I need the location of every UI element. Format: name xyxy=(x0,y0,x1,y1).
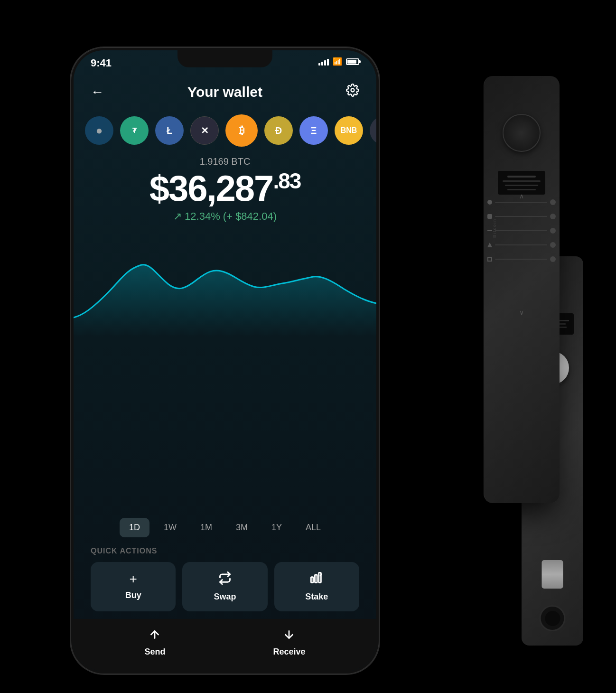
menu-triangle xyxy=(487,243,492,247)
nano-s-circle-inner xyxy=(545,611,560,626)
send-action[interactable]: Send xyxy=(144,628,165,657)
menu-line xyxy=(495,202,547,203)
signal-bar-2 xyxy=(321,62,323,66)
menu-dot xyxy=(487,200,492,205)
usd-balance: $36,287.83 xyxy=(91,170,359,206)
menu-icon xyxy=(550,256,556,262)
nano-x-coin-label: Bitcoin xyxy=(492,218,497,238)
send-label: Send xyxy=(144,647,165,657)
swap-arrows-icon xyxy=(218,571,232,585)
coin-row: ● ₮ Ł ✕ ₿ Ð Ξ BNB A xyxy=(74,110,376,151)
quick-actions-row: + Buy xyxy=(91,562,359,611)
nano-x-screen xyxy=(498,171,545,195)
menu-icon xyxy=(550,199,556,205)
bottom-bar: Send Receive xyxy=(74,619,376,671)
menu-line xyxy=(495,259,547,260)
menu-line xyxy=(495,230,547,231)
stake-icon xyxy=(310,571,323,588)
chart-fill xyxy=(74,265,376,337)
nano-x-menu-item-2 xyxy=(487,214,556,219)
nano-x-menu-item-4 xyxy=(487,242,556,248)
signal-bar-4 xyxy=(327,59,329,66)
phone-screen: 9:41 📶 xyxy=(74,50,376,671)
coin-item-tether[interactable]: ₮ xyxy=(120,116,149,145)
page-title: Your wallet xyxy=(187,84,262,100)
status-time: 9:41 xyxy=(91,57,112,69)
scene: 9:41 📶 xyxy=(47,19,569,674)
battery-icon xyxy=(346,58,359,65)
nano-s-connector xyxy=(542,560,563,589)
crypto-amount: 1.9169 BTC xyxy=(91,156,359,167)
price-chart xyxy=(74,223,376,513)
send-icon xyxy=(149,628,161,644)
coin-item-bnb[interactable]: BNB xyxy=(335,116,363,145)
balance-section: 1.9169 BTC $36,287.83 ↗ 12.34% (+ $842.0… xyxy=(74,151,376,223)
menu-icon xyxy=(550,242,556,248)
signal-bar-3 xyxy=(324,60,326,66)
back-button[interactable]: ← xyxy=(91,84,104,100)
menu-icon xyxy=(550,214,556,219)
time-btn-1w[interactable]: 1W xyxy=(154,518,186,537)
signal-bar-1 xyxy=(318,63,320,66)
receive-icon xyxy=(283,628,295,644)
menu-line xyxy=(495,244,547,245)
time-btn-1m[interactable]: 1M xyxy=(191,518,222,537)
receive-action[interactable]: Receive xyxy=(273,628,305,657)
svg-point-0 xyxy=(351,89,355,92)
send-arrow-icon xyxy=(149,628,161,641)
receive-arrow-icon xyxy=(283,628,295,641)
signal-bars-icon xyxy=(318,58,329,66)
usd-cents: .83 xyxy=(273,169,300,193)
swap-icon xyxy=(218,571,232,588)
buy-label: Buy xyxy=(125,590,141,600)
time-btn-1d[interactable]: 1D xyxy=(120,518,149,537)
balance-change: ↗ 12.34% (+ $842.04) xyxy=(91,210,359,223)
svg-rect-3 xyxy=(319,572,321,582)
menu-item xyxy=(487,214,492,219)
coin-item-bitcoin[interactable]: ₿ xyxy=(225,114,258,147)
battery-fill xyxy=(347,60,356,64)
coin-item-partial[interactable]: ● xyxy=(85,116,113,145)
menu-dash xyxy=(487,230,492,231)
svg-rect-2 xyxy=(315,575,317,582)
status-icons: 📶 xyxy=(318,57,359,66)
settings-button[interactable] xyxy=(346,84,359,100)
nano-x-main-button[interactable] xyxy=(503,114,541,152)
gear-icon xyxy=(346,84,359,97)
menu-square xyxy=(487,257,492,262)
nano-x-nav-up: ∧ xyxy=(519,192,524,200)
coin-item-algo[interactable]: A xyxy=(370,116,376,145)
swap-button[interactable]: Swap xyxy=(182,562,267,611)
time-btn-all[interactable]: ALL xyxy=(296,518,330,537)
usb-body xyxy=(542,560,563,589)
nano-x-menu xyxy=(487,199,556,262)
time-btn-3m[interactable]: 3M xyxy=(226,518,257,537)
ledger-nano-x: ∧ ∨ Bitcoin xyxy=(484,76,560,503)
nano-x-menu-item-3 xyxy=(487,228,556,234)
svg-rect-1 xyxy=(311,577,314,583)
stake-button[interactable]: Stake xyxy=(274,562,359,611)
coin-item-xrp[interactable]: ✕ xyxy=(190,116,219,145)
receive-label: Receive xyxy=(273,647,305,657)
stake-label: Stake xyxy=(305,592,328,602)
coin-item-ethereum[interactable]: Ξ xyxy=(299,116,328,145)
nano-x-nav-down: ∨ xyxy=(519,309,524,316)
app-screen: 9:41 📶 xyxy=(74,50,376,671)
nano-s-circle-button[interactable] xyxy=(540,605,566,631)
nano-x-menu-item-1 xyxy=(487,199,556,205)
chart-svg xyxy=(74,232,376,337)
stake-bars-icon xyxy=(310,571,323,585)
quick-actions-label: QUICK ACTIONS xyxy=(91,547,359,555)
notch xyxy=(177,50,272,67)
time-btn-1y[interactable]: 1Y xyxy=(262,518,291,537)
quick-actions-section: QUICK ACTIONS + Buy xyxy=(74,547,376,619)
coin-item-litecoin[interactable]: Ł xyxy=(155,116,184,145)
usd-whole: $36,287 xyxy=(149,168,273,208)
swap-label: Swap xyxy=(214,592,236,602)
buy-button[interactable]: + Buy xyxy=(91,562,176,611)
nano-x-menu-item-5 xyxy=(487,256,556,262)
menu-icon xyxy=(550,228,556,234)
coin-item-dogecoin[interactable]: Ð xyxy=(264,116,293,145)
buy-icon: + xyxy=(129,571,137,587)
wifi-icon: 📶 xyxy=(333,57,342,66)
